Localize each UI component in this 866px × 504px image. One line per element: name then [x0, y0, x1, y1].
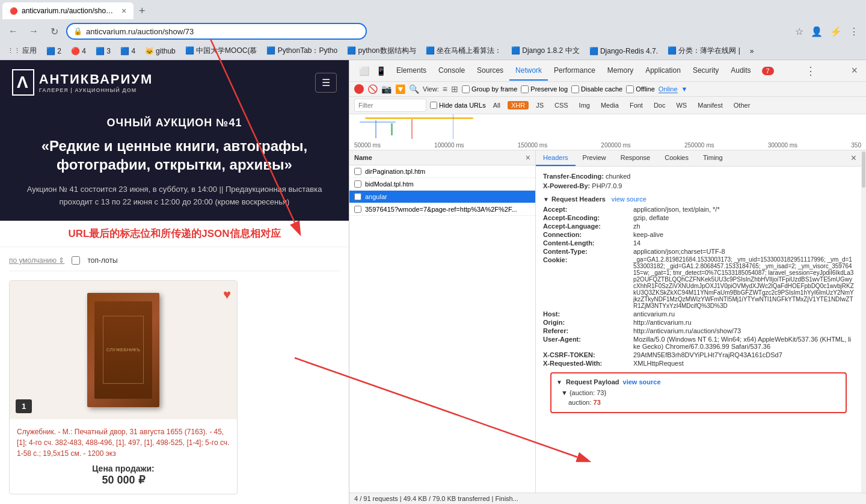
filter-ws[interactable]: WS — [672, 101, 690, 109]
tab-elements[interactable]: Elements — [390, 61, 432, 81]
tab-security[interactable]: Security — [687, 61, 725, 81]
payload-collapse-icon[interactable]: ▼ — [556, 379, 562, 386]
filter-all[interactable]: All — [490, 101, 504, 109]
filter-js[interactable]: JS — [532, 101, 547, 109]
clear-button[interactable]: 🚫 — [367, 84, 378, 94]
devtools-more-button[interactable]: ⋮ — [802, 64, 820, 78]
extensions-icon[interactable]: ⚡ — [828, 23, 844, 40]
inspect-icon[interactable]: ⬜ — [357, 64, 371, 78]
forward-button[interactable]: → — [25, 23, 42, 40]
scrollbar-thumb[interactable] — [862, 152, 865, 188]
auction-title: ОЧНЫЙ АУКЦИОН №41 — [18, 117, 331, 129]
filter-input[interactable] — [354, 99, 426, 112]
record-button[interactable] — [354, 84, 364, 94]
top-lots-checkbox[interactable] — [72, 256, 80, 265]
bookmark-algo[interactable]: 🟦 坐在马桶上看算法： — [423, 45, 504, 57]
disable-cache-checkbox[interactable] — [571, 85, 579, 93]
bookmark-star-icon[interactable]: ☆ — [793, 23, 806, 40]
filter-css[interactable]: CSS — [551, 101, 572, 109]
grid-view-button[interactable]: ⊞ — [451, 84, 458, 94]
lot-description[interactable]: Служебник. - М.: Печатный двор, 31 авгус… — [17, 426, 230, 459]
bookmark-django-redis[interactable]: 🟦 Django-Redis 4.7. — [587, 46, 660, 57]
bookmark-4[interactable]: 🟦 4 — [118, 46, 138, 57]
file-checkbox-pagination[interactable] — [354, 168, 361, 175]
sort-link[interactable]: по умолчанию ⇕ — [9, 256, 64, 265]
bookmark-classify[interactable]: 🟦 分类：薄学在线网 | — [665, 45, 743, 57]
tab-response[interactable]: Response — [613, 150, 658, 166]
lot-info: Служебник. - М.: Печатный двор, 31 авгус… — [10, 419, 237, 494]
bookmark-python-tab-label: 🟦 PythonTab：Pytho — [266, 46, 337, 56]
header-cookie: Cookie: _ga=GA1.2.819821684.1533003173; … — [543, 256, 854, 310]
list-view-button[interactable]: ≡ — [443, 84, 447, 94]
file-row-35976[interactable]: 35976415?wmode=7&page-ref=http%3A%2F%2F.… — [349, 203, 535, 216]
back-button[interactable]: ← — [5, 23, 22, 40]
view-source-link[interactable]: view source — [612, 195, 646, 203]
menu-icon[interactable]: ⋮ — [847, 23, 861, 40]
name-column-header: Name — [354, 154, 372, 161]
bookmark-python-data[interactable]: 🟦 python数据结构与 — [345, 45, 418, 57]
bookmark-3[interactable]: 🟦 3 — [93, 46, 113, 57]
tab-cookies[interactable]: Cookies — [657, 150, 696, 166]
payload-view-source-link[interactable]: view source — [623, 378, 661, 386]
tab-application[interactable]: Application — [639, 61, 687, 81]
bookmark-apps[interactable]: ⋮⋮ 应用 — [5, 45, 39, 57]
tab-sources[interactable]: Sources — [471, 61, 509, 81]
active-tab[interactable]: 🔴 anticvarium.ru/auction/show/73 × — [2, 2, 134, 19]
filter-img[interactable]: Img — [576, 101, 594, 109]
file-checkbox-bidmodal[interactable] — [354, 180, 361, 188]
filter-other[interactable]: Other — [730, 101, 754, 109]
collapse-icon[interactable]: ▼ — [543, 196, 549, 203]
file-row-angular[interactable]: angular — [349, 191, 535, 203]
offline-checkbox[interactable] — [626, 85, 634, 93]
file-checkbox-35976[interactable] — [354, 206, 361, 213]
file-row-bidmodal[interactable]: bidModal.tpl.htm — [349, 178, 535, 191]
search-button[interactable]: 🔍 — [409, 84, 419, 94]
payload-title-label: Request Payload — [566, 378, 619, 386]
bookmark-2[interactable]: 🟦 2 — [44, 46, 64, 57]
bookmark-mooc[interactable]: 🟦 中国大学MOOC(慕 — [183, 45, 260, 57]
filter-font[interactable]: Font — [626, 101, 646, 109]
scrollbar[interactable] — [861, 150, 866, 493]
file-row-pagination[interactable]: dirPagination.tpl.htm — [349, 165, 535, 178]
tab-network[interactable]: Network — [509, 61, 548, 81]
filter-media[interactable]: Media — [597, 101, 622, 109]
device-icon[interactable]: 📱 — [373, 64, 388, 78]
bookmark-python-tab[interactable]: 🟦 PythonTab：Pytho — [264, 45, 340, 57]
panel-close-button[interactable]: × — [846, 150, 861, 166]
tab-console[interactable]: Console — [432, 61, 471, 81]
annotation-text: URL最后的标志位和所传递的JSON信息相对应 — [9, 227, 340, 241]
devtools-close-button[interactable]: × — [847, 64, 861, 77]
tab-performance[interactable]: Performance — [548, 61, 601, 81]
lot-favorite-button[interactable]: ♥ — [223, 287, 231, 303]
file-name-bidmodal: bidModal.tpl.htm — [365, 180, 414, 188]
tab-headers[interactable]: Headers — [536, 150, 576, 166]
hamburger-button[interactable]: ☰ — [315, 73, 337, 93]
bookmark-fire[interactable]: 🔴 4 — [69, 46, 88, 57]
bookmark-4-label: 🟦 4 — [120, 47, 135, 55]
tab-timing[interactable]: Timing — [696, 150, 730, 166]
bookmark-github[interactable]: 🐱 github — [143, 46, 178, 57]
bookmark-more[interactable]: » — [748, 46, 757, 57]
annotation-row: URL最后的标志位和所传递的JSON信息相对应 — [0, 221, 349, 247]
filter-xhr[interactable]: XHR — [508, 101, 529, 109]
filter-doc[interactable]: Doc — [650, 101, 669, 109]
address-bar[interactable]: 🔒 anticvarium.ru/auction/show/73 — [66, 23, 367, 40]
preserve-log-checkbox[interactable] — [521, 85, 529, 93]
tab-memory[interactable]: Memory — [601, 61, 639, 81]
bookmark-django[interactable]: 🟦 Django 1.8.2 中文 — [509, 45, 582, 57]
network-dropdown[interactable]: ▼ — [681, 85, 688, 93]
hide-data-urls-checkbox[interactable] — [430, 102, 437, 109]
close-col-icon[interactable]: × — [526, 153, 530, 162]
filter-button[interactable]: 🔽 — [395, 84, 405, 94]
user-icon[interactable]: 👤 — [808, 23, 825, 40]
new-tab-button[interactable]: + — [134, 2, 150, 19]
tab-preview[interactable]: Preview — [576, 150, 613, 166]
camera-button[interactable]: 📷 — [381, 84, 392, 94]
filter-manifest[interactable]: Manifest — [694, 101, 726, 109]
tab-audits[interactable]: Audits — [725, 61, 757, 81]
refresh-button[interactable]: ↻ — [46, 23, 63, 40]
group-by-frame-checkbox[interactable] — [462, 85, 470, 93]
online-label[interactable]: Online — [659, 85, 678, 93]
tab-close-button[interactable]: × — [121, 6, 126, 16]
file-checkbox-angular[interactable] — [354, 193, 361, 200]
